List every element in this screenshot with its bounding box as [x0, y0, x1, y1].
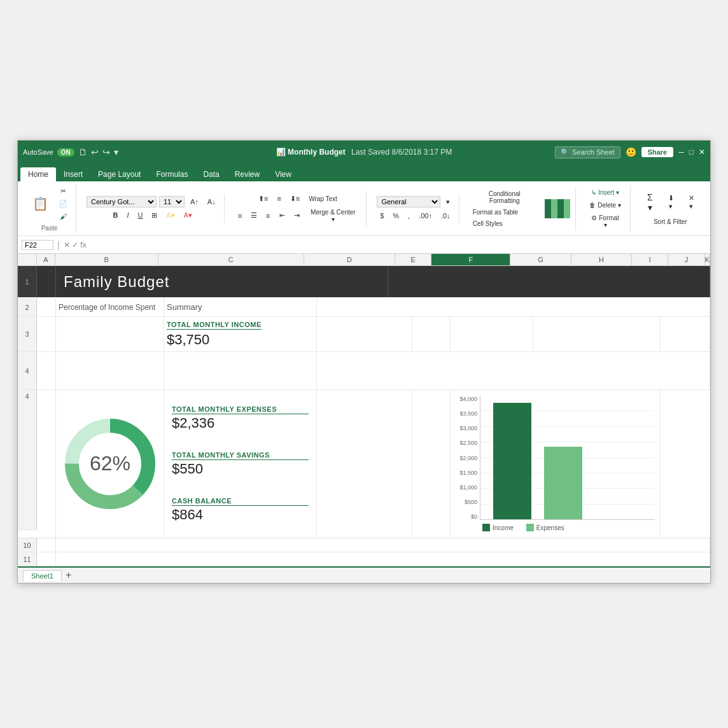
cash-summary: CASH BALANCE $864: [172, 497, 309, 523]
save-icon[interactable]: 🗋: [78, 147, 87, 157]
close-icon[interactable]: ✕: [699, 148, 705, 157]
align-center-button[interactable]: ☰: [248, 209, 260, 221]
cell-a10[interactable]: [37, 538, 56, 552]
cell-a2[interactable]: [37, 298, 56, 316]
cell-a3[interactable]: [37, 317, 56, 351]
cell-c2[interactable]: Summary: [164, 298, 317, 316]
col-header-h[interactable]: H: [571, 254, 632, 265]
cell-b3[interactable]: [56, 317, 164, 351]
increase-indent-button[interactable]: ⇥: [291, 209, 303, 221]
tab-insert[interactable]: Insert: [56, 167, 90, 181]
decrease-font-button[interactable]: A↓: [204, 196, 219, 207]
search-box-container[interactable]: 🔍 Search Sheet: [555, 146, 620, 158]
paste-label: Paste: [41, 225, 58, 232]
decrease-indent-button[interactable]: ⇤: [276, 209, 288, 221]
cell-f3[interactable]: [451, 317, 533, 351]
align-left-button[interactable]: ≡: [235, 210, 245, 221]
italic-button[interactable]: I: [123, 209, 132, 221]
ribbon-toolbar: 📋 ✂ 📄 🖌 Paste Century Got... 11: [18, 181, 710, 236]
font-size-select[interactable]: 11: [159, 196, 185, 207]
format-painter-button[interactable]: 🖌: [55, 211, 71, 222]
align-top-button[interactable]: ⬆≡: [255, 193, 271, 205]
formula-input[interactable]: [90, 240, 706, 250]
redo-icon[interactable]: ↪: [102, 147, 110, 157]
sort-filter-button[interactable]: Sort & Filter: [650, 216, 690, 227]
decrease-decimal-button[interactable]: .0↓: [438, 210, 454, 221]
col-header-k[interactable]: K: [705, 254, 710, 265]
insert-button[interactable]: ↳ Insert ▾: [588, 187, 622, 198]
number-format-select[interactable]: General: [377, 196, 440, 207]
expenses-value: $2,336: [172, 415, 309, 431]
tab-page-layout[interactable]: Page Layout: [90, 167, 148, 181]
paste-button[interactable]: 📋: [28, 194, 53, 213]
align-right-button[interactable]: ≡: [263, 210, 273, 221]
tab-view[interactable]: View: [267, 167, 299, 181]
fill-button[interactable]: ⬇ ▾: [662, 192, 680, 213]
wrap-text-button[interactable]: Wrap Text: [305, 193, 340, 204]
col-header-j[interactable]: J: [668, 254, 704, 265]
collapse-icon[interactable]: ─: [678, 148, 684, 157]
cell-a1[interactable]: [37, 266, 56, 297]
bold-button[interactable]: B: [110, 209, 122, 221]
cell-d3[interactable]: [317, 317, 412, 351]
font-name-select[interactable]: Century Got...: [87, 196, 157, 207]
increase-decimal-button[interactable]: .00↑: [416, 210, 435, 221]
delete-button[interactable]: 🗑 Delete ▾: [586, 200, 624, 211]
format-as-table-button[interactable]: Format as Table: [470, 207, 522, 218]
col-header-e[interactable]: E: [395, 254, 431, 265]
tab-data[interactable]: Data: [195, 167, 227, 181]
conditional-formatting-button[interactable]: Conditional Formatting: [470, 188, 540, 206]
customize-icon[interactable]: ▾: [114, 147, 118, 157]
undo-icon[interactable]: ↩: [91, 147, 99, 157]
col-header-g[interactable]: G: [510, 254, 571, 265]
align-middle-button[interactable]: ≡: [274, 193, 284, 204]
col-header-i[interactable]: I: [632, 254, 668, 265]
cut-button[interactable]: ✂: [55, 185, 71, 197]
cell-b4[interactable]: [56, 352, 164, 389]
cell-rest-4: [317, 352, 710, 389]
add-sheet-button[interactable]: +: [62, 570, 75, 581]
col-header-a[interactable]: A: [37, 254, 55, 265]
row-num-header: [18, 254, 37, 265]
cell-ref-input[interactable]: [22, 240, 53, 250]
saved-text: Last Saved 8/6/2018 3:17 PM: [351, 148, 452, 157]
expenses-legend-label: Expenses: [536, 524, 564, 531]
cell-styles-button[interactable]: Cell Styles: [470, 218, 506, 229]
row-num-4: 4: [18, 352, 37, 389]
col-header-b[interactable]: B: [55, 254, 158, 265]
col-header-f[interactable]: F: [431, 254, 510, 265]
underline-button[interactable]: U: [135, 209, 146, 221]
autosave-toggle[interactable]: ON: [57, 148, 74, 157]
cell-a4[interactable]: [37, 352, 56, 389]
cell-title[interactable]: Family Budget: [56, 266, 388, 297]
col-header-d[interactable]: D: [304, 254, 395, 265]
border-button[interactable]: ⊞: [148, 209, 160, 221]
sum-button[interactable]: Σ ▾: [641, 190, 659, 214]
tab-home[interactable]: Home: [20, 167, 56, 181]
merge-center-button[interactable]: Merge & Center ▾: [305, 207, 361, 225]
col-header-c[interactable]: C: [158, 254, 304, 265]
increase-font-button[interactable]: A↑: [187, 196, 202, 207]
align-bottom-button[interactable]: ⬇≡: [287, 193, 303, 205]
comma-button[interactable]: ,: [405, 210, 413, 221]
cell-e3[interactable]: [412, 317, 451, 351]
clear-button[interactable]: ✕ ▾: [682, 192, 700, 213]
format-button[interactable]: ⚙ Format ▾: [586, 213, 625, 230]
number-format-expand[interactable]: ▾: [443, 196, 453, 208]
copy-button[interactable]: 📄: [55, 198, 71, 210]
cell-c3[interactable]: TOTAL MONTHLY INCOME $3,750: [164, 317, 317, 351]
currency-button[interactable]: $: [377, 210, 387, 221]
fill-color-button[interactable]: A▾: [163, 209, 178, 221]
cell-rest-3: [661, 317, 710, 351]
cell-c4[interactable]: [164, 352, 317, 389]
font-color-button[interactable]: A▾: [181, 209, 195, 221]
cell-a11[interactable]: [37, 552, 56, 566]
sheet-tab-active[interactable]: Sheet1: [23, 570, 62, 581]
tab-formulas[interactable]: Formulas: [148, 167, 195, 181]
search-placeholder: Search Sheet: [572, 148, 615, 156]
share-button[interactable]: Share: [641, 147, 674, 157]
percent-button[interactable]: %: [389, 210, 402, 221]
expand-icon[interactable]: □: [689, 148, 694, 157]
tab-review[interactable]: Review: [227, 167, 267, 181]
cell-b2[interactable]: Percentage of Income Spent: [56, 298, 164, 316]
